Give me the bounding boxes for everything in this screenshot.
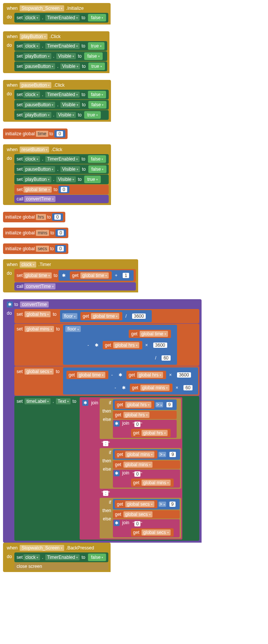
event-screen-backpressed[interactable]: when Stopwatch_Screen▾ .BackPressed do s… <box>3 543 111 572</box>
gear-icon[interactable]: ✱ <box>7 301 13 307</box>
set-pausebutton-visible-true[interactable]: set pauseButton▾. Visible▾ to true▾ <box>14 61 107 71</box>
if-hrs[interactable]: ifthenelse get global hrs▾>▾9 get global… <box>100 398 181 439</box>
set-timelabel-text[interactable]: set timeLabel▾.Text▾ to ✱ join ifthenels… <box>14 396 199 541</box>
gear-icon[interactable]: ✱ <box>61 272 67 278</box>
event-clock-timer[interactable]: when clock▾ .Timer do set global time▾ t… <box>3 259 138 292</box>
init-global-mins[interactable]: initialize globalminsto 0 <box>3 228 68 238</box>
set-playbutton-visible-false[interactable]: set playButton▾. Visible▾ to false▾ <box>14 51 107 61</box>
set-global-mins[interactable]: set global mins▾ to floor▾ get global ti… <box>14 324 199 366</box>
keyword-when: when <box>7 6 18 11</box>
dropdown-clock[interactable]: clock▾ <box>23 15 40 21</box>
if-secs[interactable]: ifthenelse get global secs▾>▾9 get globa… <box>100 498 181 538</box>
init-global-secs[interactable]: initialize globalsecsto 0 <box>3 243 68 254</box>
call-converttime[interactable]: call convertTime▾ <box>14 195 109 203</box>
set-clock-timerenabled-true[interactable]: set clock▾. TimerEnabled▾ to true▾ <box>14 41 107 51</box>
set-global-time-plus1[interactable]: set global time▾ to ✱ get global time▾ +… <box>14 269 136 282</box>
event-screen-initialize[interactable]: when Stopwatch_Screen▾ .Initialize do se… <box>3 3 111 24</box>
set-clock-timerenabled[interactable]: set clock▾ . TimerEnabled▾ to false▾ <box>14 13 108 23</box>
set-global-time-zero[interactable]: set global time▾ to 0 <box>14 185 109 194</box>
gear-icon[interactable]: ✱ <box>82 400 88 406</box>
text-colon[interactable]: " : " <box>100 490 181 497</box>
close-screen[interactable]: close screen <box>14 563 108 570</box>
dropdown-timerenabled[interactable]: TimerEnabled▾ <box>45 15 80 21</box>
text-colon[interactable]: " : " <box>100 440 181 447</box>
init-global-time[interactable]: initialize global time to 0 <box>3 128 68 139</box>
event-pausebutton-click[interactable]: when pauseButton▾ .Click do set clock▾. … <box>3 80 111 122</box>
keyword-do: do <box>5 13 14 20</box>
dropdown-playbutton[interactable]: playButton▾ <box>20 34 48 40</box>
event-resetbutton-click[interactable]: when resetButton▾ .Click do set clock▾. … <box>3 144 111 205</box>
set-global-secs[interactable]: set global secs▾ to get global time▾ - ✱… <box>14 366 199 396</box>
join-block[interactable]: ✱ join ifthenelse get global hrs▾>▾9 get… <box>80 397 182 540</box>
if-mins[interactable]: ifthenelse get global mins▾>▾9 get globa… <box>100 448 181 489</box>
event-suffix: .Initialize <box>66 6 84 11</box>
init-global-hrs[interactable]: initialize globalhrsto 0 <box>3 212 65 222</box>
set-global-hrs[interactable]: set global hrs▾ to floor▾ get global tim… <box>14 309 199 323</box>
event-playbutton-click[interactable]: when playButton▾ .Click do set clock▾. T… <box>3 31 109 73</box>
procedure-converttime[interactable]: ✱ to convertTime do set global hrs▾ to f… <box>3 299 202 543</box>
dropdown-screen[interactable]: Stopwatch_Screen▾ <box>20 5 64 11</box>
value-false[interactable]: false▾ <box>88 14 106 21</box>
